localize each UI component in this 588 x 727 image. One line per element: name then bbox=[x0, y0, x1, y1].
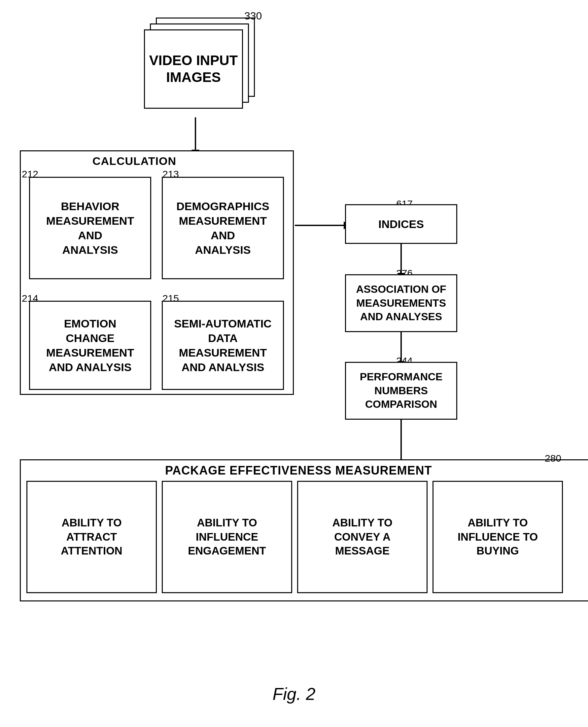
buying-box: ABILITY TOINFLUENCE TOBUYING bbox=[433, 481, 563, 593]
attract-label: ABILITY TOATTRACTATTENTION bbox=[61, 516, 122, 559]
semi-auto-label: SEMI-AUTOMATICDATAMEASUREMENTAND ANALYSI… bbox=[174, 316, 271, 375]
demographics-box: DEMOGRAPHICSMEASUREMENTANDANALYSIS bbox=[162, 177, 284, 279]
video-stack: VIDEO INPUT IMAGES bbox=[143, 18, 255, 110]
arrow-calc-to-indices bbox=[295, 225, 344, 226]
video-input-wrapper: VIDEO INPUT IMAGES bbox=[124, 10, 273, 117]
convey-box: ABILITY TOCONVEY AMESSAGE bbox=[297, 481, 427, 593]
perf-box: PERFORMANCENUMBERSCOMPARISON bbox=[345, 362, 457, 420]
semi-auto-box: SEMI-AUTOMATICDATAMEASUREMENTAND ANALYSI… bbox=[162, 301, 284, 390]
fig-caption: Fig. 2 bbox=[0, 684, 588, 704]
ref-330: 330 bbox=[244, 10, 262, 22]
convey-label: ABILITY TOCONVEY AMESSAGE bbox=[332, 516, 392, 559]
behavior-box: BEHAVIORMEASUREMENTANDANALYSIS bbox=[29, 177, 151, 279]
buying-label: ABILITY TOINFLUENCE TOBUYING bbox=[458, 516, 538, 559]
diagram: VIDEO INPUT IMAGES 330 CALCULATION 212 2… bbox=[0, 0, 588, 727]
arrow-video-to-calc bbox=[195, 117, 196, 150]
package-title: PACKAGE EFFECTIVENESS MEASUREMENT bbox=[165, 464, 432, 478]
assoc-box: ASSOCIATION OFMEASUREMENTSAND ANALYSES bbox=[345, 274, 457, 332]
demographics-label: DEMOGRAPHICSMEASUREMENTANDANALYSIS bbox=[176, 199, 269, 258]
video-page-front: VIDEO INPUT IMAGES bbox=[144, 29, 243, 109]
indices-label: INDICES bbox=[378, 218, 424, 231]
influence-engage-box: ABILITY TOINFLUENCEENGAGEMENT bbox=[162, 481, 292, 593]
influence-engage-label: ABILITY TOINFLUENCEENGAGEMENT bbox=[188, 516, 266, 559]
calculation-title: CALCULATION bbox=[92, 155, 176, 167]
arrow-perf-down-v bbox=[400, 420, 402, 461]
assoc-label: ASSOCIATION OFMEASUREMENTSAND ANALYSES bbox=[356, 283, 446, 324]
indices-box: INDICES bbox=[345, 204, 457, 244]
perf-label: PERFORMANCENUMBERSCOMPARISON bbox=[360, 370, 443, 411]
behavior-label: BEHAVIORMEASUREMENTANDANALYSIS bbox=[46, 199, 134, 258]
video-input-label: VIDEO INPUT IMAGES bbox=[145, 52, 242, 86]
emotion-box: EMOTIONCHANGEMEASUREMENTAND ANALYSIS bbox=[29, 301, 151, 390]
ref-280: 280 bbox=[545, 453, 561, 464]
attract-box: ABILITY TOATTRACTATTENTION bbox=[26, 481, 157, 593]
emotion-label: EMOTIONCHANGEMEASUREMENTAND ANALYSIS bbox=[46, 316, 134, 375]
